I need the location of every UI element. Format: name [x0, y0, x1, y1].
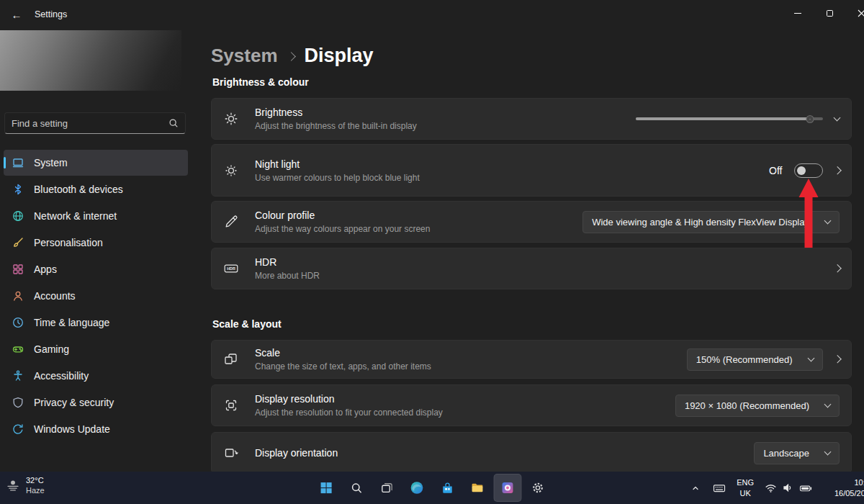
- sidebar-item-label: Windows Update: [34, 423, 110, 435]
- task-view-icon: [379, 481, 394, 495]
- breadcrumb-parent[interactable]: System: [211, 45, 278, 67]
- dropdown-value: 1920 × 1080 (Recommended): [685, 400, 809, 411]
- gear-icon: [531, 480, 546, 495]
- chevron-down-icon: [824, 217, 832, 224]
- volume-icon: [781, 481, 795, 495]
- back-button[interactable]: ←: [4, 4, 29, 25]
- clock-time: 10:06: [824, 477, 864, 488]
- windows-logo-icon: [319, 480, 334, 495]
- brightness-slider-handle[interactable]: [806, 116, 813, 122]
- taskbar-tray: ENG UK 10:06 16/05/2023: [684, 472, 864, 504]
- minimize-icon: [794, 13, 801, 14]
- sidebar-item-system[interactable]: System: [4, 150, 188, 176]
- dropdown-value: Landscape: [763, 448, 809, 459]
- microsoft-store-icon: [440, 481, 454, 495]
- sidebar-item-apps[interactable]: Apps: [4, 256, 188, 282]
- sidebar-item-personalisation[interactable]: Personalisation: [4, 230, 188, 256]
- night-light-toggle[interactable]: [794, 163, 823, 178]
- colour-profile-dropdown[interactable]: Wide viewing angle & High density FlexVi…: [582, 211, 840, 233]
- tray-show-hidden-icons-button[interactable]: [684, 474, 707, 502]
- tray-system-status-button[interactable]: [759, 474, 818, 502]
- card-controls: Off: [769, 163, 840, 178]
- close-button[interactable]: [845, 0, 864, 26]
- settings-cards: Scale Change the size of text, apps, and…: [211, 340, 852, 472]
- taskbar-task-view-button[interactable]: [373, 474, 401, 502]
- tray-language-button[interactable]: ENG UK: [732, 474, 759, 502]
- taskbar-file-explorer-button[interactable]: [464, 474, 492, 502]
- battery-icon: [798, 481, 813, 495]
- sidebar-item-label: Gaming: [34, 343, 69, 355]
- taskbar-weather-widget[interactable]: 32°C Haze: [5, 475, 45, 496]
- gamepad-icon: [12, 343, 24, 355]
- sidebar-item-time-language[interactable]: Time & language: [4, 310, 188, 336]
- svg-text:HDR: HDR: [227, 266, 235, 271]
- card-title: Night light: [255, 158, 769, 170]
- scale-icon: [223, 352, 239, 366]
- sidebar-item-label: Network & internet: [34, 210, 117, 222]
- taskbar-search-button[interactable]: [343, 474, 371, 502]
- tray-touch-keyboard-button[interactable]: [707, 474, 732, 502]
- brightness-sun-icon: [223, 112, 239, 126]
- chevron-down-icon[interactable]: [834, 114, 841, 121]
- titlebar: ← Settings: [0, 0, 864, 29]
- search-box: [4, 112, 186, 134]
- scale-card[interactable]: Scale Change the size of text, apps, and…: [211, 340, 852, 379]
- sidebar-item-label: Accounts: [34, 290, 76, 302]
- display-orientation-card[interactable]: Display orientation Landscape: [211, 432, 852, 472]
- display-resolution-dropdown[interactable]: 1920 × 1080 (Recommended): [675, 395, 840, 417]
- taskbar-settings-button[interactable]: [524, 474, 552, 502]
- night-light-icon: [223, 163, 239, 178]
- search-input[interactable]: [12, 118, 168, 129]
- colour-profile-card[interactable]: Colour profile Adjust the way colours ap…: [211, 201, 852, 243]
- person-icon: [12, 290, 24, 302]
- chevron-right-icon: [287, 52, 296, 61]
- back-icon: ←: [12, 9, 22, 21]
- tray-clock[interactable]: 10:06 16/05/2023: [824, 477, 864, 499]
- sidebar-item-label: Bluetooth & devices: [34, 184, 123, 195]
- edge-browser-icon: [410, 480, 425, 495]
- card-text: Colour profile Adjust the way colours ap…: [255, 210, 582, 234]
- chevron-right-icon: [833, 356, 841, 364]
- card-controls: 1920 × 1080 (Recommended): [675, 395, 840, 417]
- update-refresh-icon: [12, 423, 24, 435]
- hdr-card[interactable]: HDR HDR More about HDR: [211, 248, 852, 289]
- section-title-brightness-colour: Brightness & colour: [212, 76, 864, 88]
- taskbar-edge-button[interactable]: [403, 474, 431, 502]
- haze-weather-icon: [5, 477, 21, 493]
- sidebar-item-bluetooth-devices[interactable]: Bluetooth & devices: [4, 176, 188, 202]
- apps-grid-icon: [12, 264, 24, 275]
- taskbar-store-button[interactable]: [433, 474, 462, 502]
- language-indicator: ENG UK: [737, 477, 754, 498]
- chevron-right-icon: [833, 166, 841, 174]
- brightness-card[interactable]: Brightness Adjust the brightness of the …: [211, 98, 852, 140]
- display-orientation-dropdown[interactable]: Landscape: [754, 442, 840, 464]
- display-resolution-card[interactable]: Display resolution Adjust the resolution…: [211, 384, 852, 426]
- page-title: Display: [305, 45, 374, 67]
- sidebar-item-accessibility[interactable]: Accessibility: [4, 363, 188, 389]
- sidebar-item-privacy-security[interactable]: Privacy & security: [4, 390, 188, 415]
- wifi-icon: [764, 481, 778, 495]
- weather-text: 32°C Haze: [26, 475, 45, 496]
- accessibility-person-icon: [12, 370, 24, 382]
- card-title: Colour profile: [255, 210, 582, 221]
- brightness-slider[interactable]: [636, 112, 823, 125]
- user-profile-area[interactable]: [0, 30, 181, 91]
- card-controls: 150% (Recommended): [687, 348, 840, 371]
- card-subtitle: Adjust the way colours appear on your sc…: [255, 224, 582, 234]
- sidebar-item-network-internet[interactable]: Network & internet: [4, 203, 188, 229]
- minimize-button[interactable]: [782, 0, 814, 26]
- scale-dropdown[interactable]: 150% (Recommended): [687, 348, 823, 371]
- taskbar-start-button[interactable]: [312, 474, 341, 502]
- weather-condition: Haze: [26, 485, 45, 495]
- sidebar: System Bluetooth & devices Network & int…: [0, 29, 192, 472]
- night-light-card[interactable]: Night light Use warmer colours to help b…: [211, 144, 852, 197]
- taskbar-active-app-button[interactable]: [494, 474, 522, 502]
- breadcrumb: System Display: [211, 43, 864, 68]
- sidebar-item-windows-update[interactable]: Windows Update: [4, 416, 188, 442]
- bluetooth-icon: [12, 184, 24, 195]
- sidebar-item-accounts[interactable]: Accounts: [4, 283, 188, 309]
- sidebar-item-gaming[interactable]: Gaming: [4, 336, 188, 362]
- orientation-icon: [223, 446, 239, 460]
- maximize-button[interactable]: [814, 0, 845, 26]
- card-subtitle: More about HDR: [255, 271, 834, 281]
